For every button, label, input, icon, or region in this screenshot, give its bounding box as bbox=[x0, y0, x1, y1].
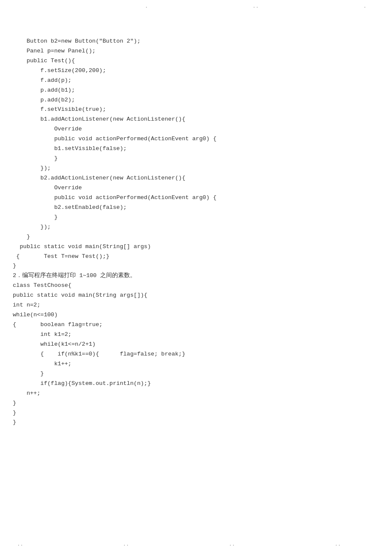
code-line: b2.addActionListener(new ActionListener(… bbox=[13, 173, 379, 183]
code-line: p.add(b2); bbox=[13, 95, 379, 105]
code-line: } bbox=[13, 399, 379, 408]
code-line: } bbox=[13, 418, 379, 428]
code-line: { Test T=new Test();} bbox=[13, 252, 379, 262]
code-line: int k1=2; bbox=[13, 330, 379, 340]
code-line: } bbox=[13, 232, 379, 242]
bottom-decoration: .. .. .. .. bbox=[0, 538, 392, 551]
code-line: f.setVisible(true); bbox=[13, 105, 379, 115]
code-line: 2．编写程序在终端打印 1~100 之间的素数。 bbox=[13, 271, 379, 281]
code-line: while(n<=100) bbox=[13, 310, 379, 320]
code-line: public Test(){ bbox=[13, 56, 379, 66]
code-line: f.add(p); bbox=[13, 76, 379, 86]
code-line: if(flag){System.out.println(n);} bbox=[13, 379, 379, 389]
code-line: b2.setEnabled(false); bbox=[13, 203, 379, 213]
code-line: f.setSize(200,200); bbox=[13, 66, 379, 76]
code-content: Button b2=new Button("Button 2"); Panel … bbox=[0, 13, 392, 432]
code-line: Panel p=new Panel(); bbox=[13, 46, 379, 56]
code-line: }); bbox=[13, 164, 379, 173]
code-line: } bbox=[13, 213, 379, 223]
code-line: } bbox=[13, 408, 379, 418]
code-line: } bbox=[13, 154, 379, 164]
code-line: p.add(b1); bbox=[13, 86, 379, 95]
top-decoration: . .. . bbox=[0, 0, 392, 13]
code-line: int n=2; bbox=[13, 301, 379, 310]
code-line: } bbox=[13, 261, 379, 271]
code-line: while(k1<=n/2+1) bbox=[13, 340, 379, 350]
code-line: public void actionPerformed(ActionEvent … bbox=[13, 193, 379, 203]
code-line: }); bbox=[13, 223, 379, 232]
code-line: } bbox=[13, 369, 379, 379]
code-line: b1.setVisible(false); bbox=[13, 144, 379, 154]
code-line: public static void main(String[] args) bbox=[13, 242, 379, 252]
code-line: { if(n%k1==0){ flag=false; break;} bbox=[13, 350, 379, 359]
code-line: { boolean flag=true; bbox=[13, 320, 379, 330]
code-line: n++; bbox=[13, 389, 379, 399]
code-line: public void actionPerformed(ActionEvent … bbox=[13, 134, 379, 144]
code-line: b1.addActionListener(new ActionListener(… bbox=[13, 115, 379, 124]
code-line: k1++; bbox=[13, 359, 379, 369]
code-line: Override bbox=[13, 183, 379, 193]
code-line: Button b2=new Button("Button 2"); bbox=[13, 37, 379, 46]
code-line: class TestChoose{ bbox=[13, 281, 379, 291]
code-line: public static void main(String args[]){ bbox=[13, 291, 379, 301]
code-line: Override bbox=[13, 124, 379, 134]
page-container: . .. . Button b2=new Button("Button 2");… bbox=[0, 0, 392, 555]
